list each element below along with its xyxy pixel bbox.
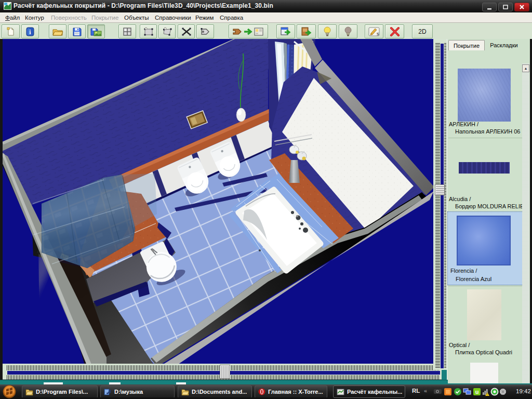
svg-text:u: u [475,389,479,395]
svg-text:s: s [377,31,379,36]
